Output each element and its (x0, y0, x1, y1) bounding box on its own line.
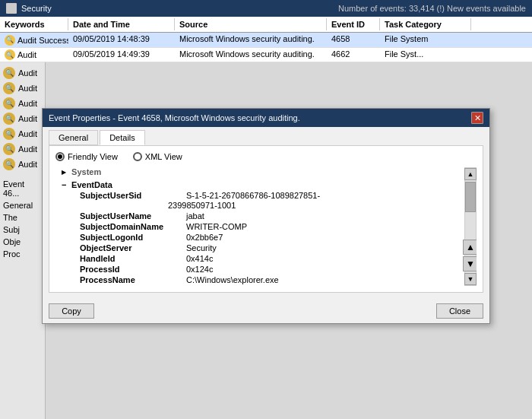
main-window: Security Number of events: 33,414 (!) Ne… (0, 0, 532, 419)
cell-source-0: Microsoft Windows security auditing. (175, 33, 327, 46)
field-value-subjectlogonid: 0x2bb6e7 (186, 233, 223, 242)
field-value-handleid: 0x414c (186, 254, 213, 263)
details-area: ▸ System − EventData (55, 167, 477, 286)
field-value-subjectusersid: S-1-5-21-2670866786-1089827851- (186, 191, 320, 200)
cell-eventid-1: 4662 (327, 49, 380, 62)
xml-view-radio[interactable] (133, 152, 142, 161)
field-name-subjectlogonid: SubjectLogonId (80, 233, 186, 242)
field-name-subjectusersid: SubjectUserSid (80, 191, 186, 200)
expand-arrow-system[interactable]: ▸ (62, 167, 69, 177)
field-value-subjectdomainname: WRITER-COMP (186, 222, 247, 231)
cell-source-1: Microsoft Windows security auditing. (175, 49, 327, 62)
eventdata-section: − EventData SubjectUserSid S-1-5-21-2670… (62, 180, 464, 284)
details-scroll[interactable]: ▸ System − EventData (55, 167, 464, 286)
event-properties-dialog: Event Properties - Event 4658, Microsoft… (42, 108, 490, 324)
field-value-subjectusersid-sub: 2399850971-1001 (62, 201, 464, 210)
field-subjectusersid: SubjectUserSid S-1-5-21-2670866786-10898… (62, 191, 464, 200)
field-objectserver: ObjectServer Security (62, 243, 464, 252)
view-options: Friendly View XML View (55, 152, 477, 161)
field-name-subjectdomainname: SubjectDomainName (80, 222, 186, 231)
table-row[interactable]: 🔍 Audit Success 09/05/2019 14:48:39 Micr… (0, 33, 532, 48)
modal-close-button[interactable]: ✕ (471, 112, 483, 124)
audit-icon-1: 🔍 (5, 49, 15, 60)
copy-button[interactable]: Copy (49, 303, 94, 319)
field-name-handleid: HandleId (80, 254, 186, 263)
scrollbar-thumb[interactable] (465, 182, 476, 212)
main-content: 🔍 Audit 🔍 Audit 🔍 Audit 🔍 Audit 🔍 Audit … (0, 62, 532, 419)
title-bar: Security Number of events: 33,414 (!) Ne… (0, 0, 532, 17)
field-name-subjectusername: SubjectUserName (80, 211, 186, 221)
field-subjectusername: SubjectUserName jabat (62, 211, 464, 221)
field-value-processid: 0x124c (186, 265, 213, 274)
window-title: Security (21, 4, 334, 13)
field-value-subjectusername: jabat (186, 211, 204, 221)
expand-arrow-eventdata[interactable]: − (62, 180, 69, 189)
cell-datetime-1: 09/05/2019 14:49:39 (68, 49, 175, 62)
close-button[interactable]: Close (436, 303, 483, 319)
modal-title: Event Properties - Event 4658, Microsoft… (49, 113, 471, 122)
window-icon (6, 3, 17, 14)
eventdata-header: − EventData (62, 180, 464, 189)
friendly-view-option[interactable]: Friendly View (55, 152, 118, 161)
field-value-processname: C:\Windows\explorer.exe (186, 275, 279, 284)
xml-view-option[interactable]: XML View (133, 152, 182, 161)
modal-title-bar: Event Properties - Event 4658, Microsoft… (43, 109, 489, 127)
modal-tabs: General Details (43, 127, 489, 145)
col-header-keywords[interactable]: Keywords (0, 18, 68, 30)
friendly-view-radio[interactable] (55, 152, 65, 161)
cell-keywords: 🔍 Audit Success (0, 33, 68, 46)
window-status: Number of events: 33,414 (!) New events … (338, 4, 526, 13)
tab-details[interactable]: Details (100, 130, 145, 145)
scrollbar-buttons: ▲ ▼ (461, 238, 477, 273)
field-processname: ProcessName C:\Windows\explorer.exe (62, 275, 464, 284)
cell-taskcategory-1: File Syst... (380, 49, 471, 62)
scrollbar-down-arrow[interactable]: ▼ (464, 273, 477, 285)
modal-overlay: Event Properties - Event 4658, Microsoft… (0, 62, 532, 419)
table-row[interactable]: 🔍 Audit 09/05/2019 14:49:39 Microsoft Wi… (0, 48, 532, 63)
field-value-objectserver: Security (186, 243, 217, 252)
event-list: 🔍 Audit Success 09/05/2019 14:48:39 Micr… (0, 33, 532, 62)
cell-eventid-0: 4658 (327, 33, 380, 46)
cell-datetime-0: 09/05/2019 14:48:39 (68, 33, 175, 46)
field-processid: ProcessId 0x124c (62, 265, 464, 274)
details-scrollbar: ▲ ▲ ▼ ▼ (464, 167, 477, 286)
col-header-datetime[interactable]: Date and Time (68, 18, 175, 30)
field-subjectdomainname: SubjectDomainName WRITER-COMP (62, 222, 464, 231)
field-name-objectserver: ObjectServer (80, 243, 186, 252)
tab-general[interactable]: General (49, 130, 98, 145)
field-name-processname: ProcessName (80, 275, 186, 284)
scroll-down-button[interactable]: ▼ (463, 256, 477, 271)
scrollbar-up-arrow[interactable]: ▲ (464, 168, 477, 180)
xml-view-label: XML View (145, 152, 182, 161)
friendly-view-label: Friendly View (68, 152, 118, 161)
system-section-header: ▸ System (55, 167, 464, 177)
col-header-source[interactable]: Source (175, 18, 327, 30)
cell-keywords-1: 🔍 Audit (0, 49, 68, 62)
col-header-eventid[interactable]: Event ID (327, 18, 380, 30)
field-name-processid: ProcessId (80, 265, 186, 274)
modal-content-area: Friendly View XML View ▸ (49, 145, 483, 293)
cell-taskcategory-0: File System (380, 33, 471, 46)
audit-success-icon: 🔍 (5, 35, 15, 46)
col-header-taskcategory[interactable]: Task Category (380, 18, 471, 30)
field-handleid: HandleId 0x414c (62, 254, 464, 263)
scroll-up-button[interactable]: ▲ (463, 240, 477, 255)
column-headers: Keywords Date and Time Source Event ID T… (0, 17, 532, 33)
modal-footer: Copy Close (43, 299, 489, 323)
field-subjectlogonid: SubjectLogonId 0x2bb6e7 (62, 233, 464, 242)
